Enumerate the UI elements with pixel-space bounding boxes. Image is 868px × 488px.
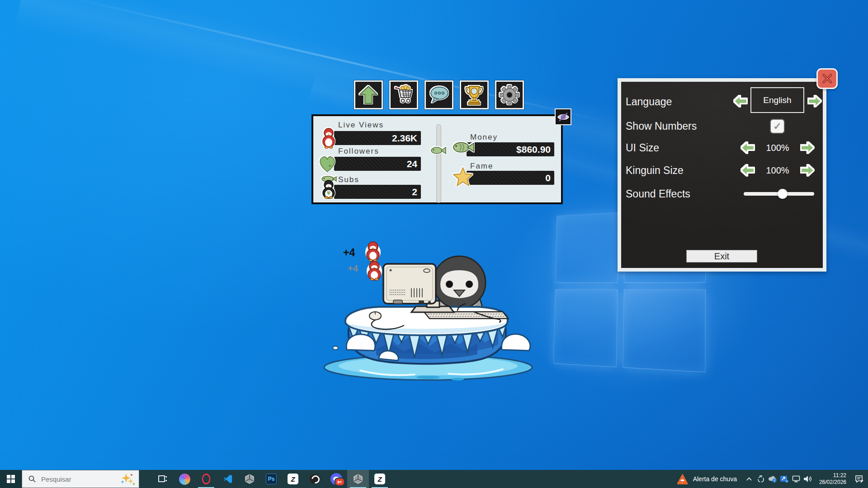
settings-button[interactable]	[495, 80, 524, 109]
ui-size-decrease-arrow[interactable]	[741, 141, 755, 154]
checkmark-icon: ✓	[773, 122, 781, 131]
live-views-label: Live Views	[338, 121, 384, 130]
photoshop-app-button[interactable]: Ps	[260, 470, 282, 488]
chevron-up-icon	[746, 477, 752, 481]
settings-close-button[interactable]	[816, 68, 838, 89]
clock-date: 26/02/2026	[819, 479, 846, 486]
notification-center-icon	[855, 475, 864, 483]
small-penguin[interactable]	[367, 261, 382, 281]
action-center-button[interactable]	[851, 470, 868, 488]
copilot-sparkle-icon	[120, 473, 135, 485]
capcut-icon: Z	[288, 474, 298, 484]
exit-button[interactable]: Exit	[686, 250, 757, 263]
language-label: Language	[626, 96, 672, 108]
sound-effects-label: Sound Effects	[626, 188, 690, 200]
subs-value: 2	[412, 185, 417, 199]
windows-desktop: +4 +4	[0, 0, 868, 488]
show-numbers-checkbox[interactable]: ✓	[771, 120, 784, 133]
small-penguin[interactable]	[365, 242, 381, 262]
upgrade-button[interactable]	[354, 80, 383, 109]
taskbar-app-icons: Ps Z 9+ Z	[152, 470, 391, 488]
penguin-with-fish-icon	[318, 174, 340, 199]
settings-panel: Language English Show Numbers ✓ UI Size …	[618, 78, 826, 272]
cart-icon	[393, 84, 415, 106]
kinguin-size-label: Kinguin Size	[626, 164, 684, 177]
chat-button[interactable]	[425, 80, 453, 109]
vscode-icon	[222, 474, 233, 484]
discord-notification-badge: 9+	[335, 478, 345, 486]
settings-panel-body: Language English Show Numbers ✓ UI Size …	[621, 82, 823, 268]
ui-size-value: 100%	[766, 143, 789, 153]
logo-pane	[555, 212, 619, 283]
opera-gx-icon	[202, 474, 211, 484]
kinguin-size-increase-arrow[interactable]	[800, 164, 815, 177]
logo-pane	[623, 289, 706, 372]
chat-bubble-icon	[428, 85, 450, 105]
tray-weather-button[interactable]: i	[767, 470, 778, 488]
tray-share-button[interactable]	[778, 470, 790, 488]
close-x-icon	[821, 73, 833, 84]
language-value-box[interactable]: English	[750, 87, 804, 113]
unity-app-button[interactable]	[239, 470, 260, 488]
fish-slider-handle-icon[interactable]	[430, 145, 447, 156]
clock-time: 11:22	[819, 472, 846, 479]
kinguin-size-decrease-arrow[interactable]	[741, 164, 755, 177]
followers-label: Followers	[338, 147, 379, 156]
shop-button[interactable]	[389, 80, 418, 109]
photoshop-icon: Ps	[266, 474, 277, 484]
followers-bar: 24	[334, 157, 421, 171]
windows-taskbar: Ps Z 9+ Z ☂ Alerta de chuva	[0, 470, 868, 488]
vscode-app-button[interactable]	[217, 470, 239, 488]
copilot-icon	[179, 474, 190, 485]
sound-effects-slider[interactable]	[744, 192, 814, 196]
weather-alert-chip[interactable]: ☂ Alerta de chuva	[670, 470, 743, 488]
sound-slider-handle[interactable]	[778, 189, 788, 199]
opera-gx-app-button[interactable]	[195, 470, 217, 488]
fame-star-icon	[453, 167, 473, 187]
hide-ui-button[interactable]	[555, 108, 571, 125]
tray-overflow-chevron[interactable]	[743, 470, 755, 488]
unity-active-app-button[interactable]	[347, 470, 369, 488]
taskbar-clock[interactable]: 11:22 26/02/2026	[814, 472, 851, 486]
logo-pane	[553, 289, 618, 367]
gear-icon	[499, 84, 520, 105]
start-button[interactable]	[0, 470, 22, 488]
money-value: $860.90	[516, 142, 551, 156]
fame-label: Fame	[470, 162, 493, 171]
subs-bar: 2	[334, 185, 421, 199]
capcut-icon: Z	[374, 474, 385, 484]
followers-gain-floater: +4	[343, 247, 355, 259]
fame-bar: 0	[467, 171, 554, 185]
language-next-arrow[interactable]	[807, 95, 822, 108]
search-input[interactable]	[40, 475, 115, 483]
taskbar-search[interactable]	[22, 470, 139, 488]
exit-button-label: Exit	[714, 251, 729, 262]
discord-app-button[interactable]: 9+	[326, 470, 347, 488]
subs-label: Subs	[338, 175, 359, 184]
followers-gain-floater-fading: +4	[348, 263, 358, 274]
unity-icon	[244, 474, 255, 484]
system-tray: ☂ Alerta de chuva i	[670, 470, 868, 488]
tray-sync-button[interactable]	[755, 470, 767, 488]
tray-volume-button[interactable]	[802, 470, 814, 488]
copilot-app-button[interactable]	[174, 470, 195, 488]
stats-resize-slider[interactable]	[436, 124, 441, 203]
cloud-info-icon: i	[768, 475, 777, 483]
task-view-button[interactable]	[152, 470, 174, 488]
stats-panel: Live Views 2.36K Followers 24 Subs 2	[311, 114, 563, 204]
capcut-running-app-button[interactable]: Z	[369, 470, 391, 488]
rain-alert-icon: ☂	[677, 474, 689, 484]
live-views-value: 2.36K	[392, 131, 417, 145]
obs-app-button[interactable]	[304, 470, 326, 488]
language-prev-arrow[interactable]	[733, 95, 748, 108]
discord-icon: 9+	[330, 473, 342, 485]
tray-network-button[interactable]	[790, 470, 802, 488]
money-bar: $860.90	[467, 142, 554, 156]
up-arrow-icon	[358, 84, 379, 105]
eye-slash-icon	[557, 112, 570, 122]
ui-size-label: UI Size	[626, 142, 659, 154]
search-icon	[28, 475, 36, 483]
capcut-app-button[interactable]: Z	[282, 470, 304, 488]
achievements-button[interactable]	[460, 80, 489, 109]
ui-size-increase-arrow[interactable]	[800, 141, 815, 154]
